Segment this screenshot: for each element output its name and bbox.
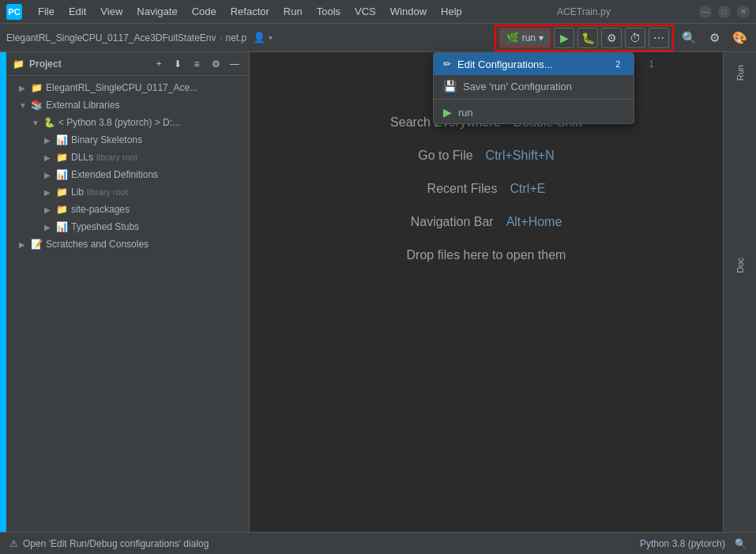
menu-refactor[interactable]: Refactor [224, 4, 276, 19]
tree-icon-8: 📊 [55, 220, 68, 233]
breadcrumb-dropdown-arrow[interactable]: ▾ [269, 33, 273, 42]
tree-arrow-4: ▶ [44, 153, 55, 162]
tree-item-4[interactable]: ▶📁DLLslibrary root [6, 149, 249, 166]
tree-arrow-5: ▶ [44, 171, 55, 179]
panel-header: 📁 Project ＋ ⬇ ≡ ⚙ — [6, 52, 249, 76]
editor-area: 1 Search EverywhereDouble ShiftGo to Fil… [250, 52, 723, 532]
left-accent-strip [0, 52, 6, 532]
tree-item-7[interactable]: ▶📁site-packages [6, 201, 249, 218]
run-play-button[interactable]: ▶ [554, 28, 574, 48]
hint-label-2: Recent Files [427, 182, 498, 196]
bug-icon: 🐛 [581, 32, 595, 44]
profile-button[interactable]: ⏱ [625, 28, 645, 48]
profile-run-icon: ⏱ [630, 32, 641, 44]
menu-code[interactable]: Code [186, 4, 223, 19]
hint-line-1: Go to FileCtrl+Shift+N [418, 149, 555, 163]
menu-window[interactable]: Window [384, 4, 433, 19]
close-panel-button[interactable]: — [227, 56, 243, 72]
profile-icon: 👤 [253, 32, 265, 43]
dropdown-label-1: Save 'run' Configuration [463, 81, 572, 92]
tree-item-0[interactable]: ▶📁ElegantRL_SingleCPU_0117_Ace... [6, 79, 249, 96]
settings-button[interactable]: ⚙ [704, 28, 724, 48]
breadcrumb-separator: › [220, 32, 223, 43]
menu-tools[interactable]: Tools [310, 4, 347, 19]
run-dropdown[interactable]: 🌿 run ▾ [499, 28, 551, 48]
status-warning-icon: ⚠ [9, 538, 18, 549]
hint-label-1: Go to File [418, 149, 472, 163]
tree-item-6[interactable]: ▶📁Liblibrary root [6, 183, 249, 201]
tree-icon-5: 📊 [55, 168, 68, 181]
coverage-button[interactable]: ⚙ [601, 28, 622, 48]
dropdown-divider-2 [434, 99, 634, 100]
tree-label-7: site-packages [71, 204, 130, 215]
tree-arrow-3: ▶ [44, 136, 55, 145]
tree-item-1[interactable]: ▼📚External Libraries [6, 96, 249, 114]
tree-arrow-9: ▶ [19, 240, 30, 249]
title-bar: PC FileEditViewNavigateCodeRefactorRunTo… [0, 0, 756, 24]
minimize-button[interactable]: — [699, 6, 712, 18]
close-button[interactable]: ✕ [737, 6, 750, 18]
tree-label-2: < Python 3.8 (pytorch) > D:... [58, 117, 180, 128]
tree-subtext-6: library root [87, 187, 128, 197]
theme-button[interactable]: 🎨 [729, 28, 750, 48]
doc-panel-label[interactable]: Doc [735, 251, 745, 280]
breadcrumb: ElegantRL_SingleCPU_0117_Ace3DFullStateE… [6, 32, 490, 43]
python-version[interactable]: Python 3.8 (pytorch) [640, 538, 725, 549]
menu-navigate[interactable]: Navigate [130, 4, 183, 19]
line-number: 1 [649, 58, 654, 70]
menu-view[interactable]: View [94, 4, 129, 19]
dropdown-item-1[interactable]: 💾Save 'run' Configuration [434, 75, 634, 97]
toolbar-actions: 🌿 run ▾ ▶ 🐛 ⚙ ⏱ ⋯ [495, 24, 674, 51]
debug-button[interactable]: 🐛 [577, 28, 598, 48]
tree-icon-1: 📚 [30, 99, 43, 111]
dropdown-item-0[interactable]: ✏Edit Configurations...2 [434, 53, 634, 75]
status-search-icon[interactable]: 🔍 [735, 538, 747, 549]
collapse-all-button[interactable]: ⬇ [170, 56, 186, 72]
coverage-icon: ⚙ [607, 32, 617, 44]
gear-icon: ⚙ [709, 31, 720, 45]
run-configurations-dropdown: ✏Edit Configurations...2💾Save 'run' Conf… [433, 52, 634, 124]
tree-item-2[interactable]: ▼🐍< Python 3.8 (pytorch) > D:... [6, 114, 249, 131]
maximize-button[interactable]: □ [718, 6, 731, 18]
hint-line-2: Recent FilesCtrl+E [427, 182, 546, 196]
menu-edit[interactable]: Edit [62, 4, 92, 19]
tree-arrow-8: ▶ [44, 223, 55, 232]
status-bar: ⚠ Open 'Edit Run/Debug configurations' d… [0, 532, 756, 554]
menu-file[interactable]: File [32, 4, 61, 19]
tree-label-5: Extended Definitions [71, 169, 158, 180]
main-area: 📁 Project ＋ ⬇ ≡ ⚙ — ▶📁ElegantRL_SingleCP… [0, 52, 756, 532]
menu-vcs[interactable]: VCS [348, 4, 382, 19]
title-bar-left: PC FileEditViewNavigateCodeRefactorRunTo… [6, 4, 468, 20]
hint-shortcut-2[interactable]: Ctrl+E [510, 182, 546, 196]
window-title: ACETrain.py [468, 6, 699, 17]
tree-item-3[interactable]: ▶📊Binary Skeletons [6, 131, 249, 149]
menu-help[interactable]: Help [434, 4, 468, 19]
panel-settings-button[interactable]: ⚙ [208, 56, 224, 72]
hint-shortcut-1[interactable]: Ctrl+Shift+N [486, 149, 555, 163]
status-left: ⚠ Open 'Edit Run/Debug configurations' d… [9, 538, 634, 549]
run-leaf-icon: 🌿 [506, 32, 519, 43]
search-icon: 🔍 [682, 31, 697, 45]
tree-icon-2: 🐍 [43, 116, 55, 129]
more-run-button[interactable]: ⋯ [649, 28, 669, 48]
sort-button[interactable]: ≡ [189, 56, 205, 72]
editor-gutter: 1 [681, 52, 689, 532]
color-icon: 🎨 [732, 31, 747, 45]
tree-arrow-0: ▶ [19, 84, 30, 92]
editor-welcome: Search EverywhereDouble ShiftGo to FileC… [250, 52, 723, 532]
dropdown-item-icon-3: ▶ [443, 106, 452, 119]
tree-label-8: Typeshed Stubs [71, 221, 139, 232]
search-everywhere-button[interactable]: 🔍 [679, 28, 699, 48]
panel-header-icons: ＋ ⬇ ≡ ⚙ — [151, 56, 243, 72]
run-toolbar-group: 🌿 run ▾ ▶ 🐛 ⚙ ⏱ ⋯ [495, 24, 674, 51]
tree-label-3: Binary Skeletons [71, 134, 142, 145]
tree-item-9[interactable]: ▶📝Scratches and Consoles [6, 236, 249, 253]
tree-item-5[interactable]: ▶📊Extended Definitions [6, 166, 249, 183]
run-panel-label[interactable]: Run [735, 58, 745, 87]
menu-run[interactable]: Run [277, 4, 309, 19]
panel-folder-icon: 📁 [13, 58, 24, 70]
dropdown-item-3[interactable]: ▶run [434, 101, 634, 123]
add-file-button[interactable]: ＋ [151, 56, 167, 72]
tree-item-8[interactable]: ▶📊Typeshed Stubs [6, 218, 249, 236]
hint-shortcut-3[interactable]: Alt+Home [506, 215, 562, 229]
